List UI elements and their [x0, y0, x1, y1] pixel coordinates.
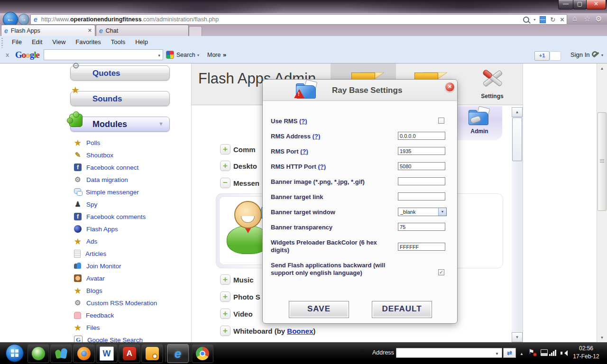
rms-address-input[interactable]: [398, 132, 445, 140]
expand-icon[interactable]: +: [220, 274, 230, 285]
close-button[interactable]: ✕: [586, 0, 606, 9]
chevron-down-icon[interactable]: ▼: [438, 208, 446, 216]
toolbar-close-icon[interactable]: x: [6, 51, 9, 58]
menu-favorites[interactable]: Favorites: [71, 37, 105, 47]
sidebar-item-simple-messenger[interactable]: Simple messenger: [74, 186, 188, 198]
help-link[interactable]: (?): [318, 163, 326, 170]
sidebar-header-modules[interactable]: Modules: [70, 117, 170, 132]
help-link[interactable]: (?): [313, 133, 321, 140]
settings-tools-icon[interactable]: [480, 66, 505, 90]
refresh-icon[interactable]: ↻: [550, 16, 555, 23]
search-icon[interactable]: [523, 17, 529, 23]
expand-icon[interactable]: +: [220, 161, 230, 171]
boonex-link[interactable]: Boonex: [287, 327, 313, 335]
chevron-down-icon[interactable]: ▾: [197, 53, 199, 57]
volume-icon[interactable]: [561, 350, 567, 356]
search-dropdown-icon[interactable]: ▾: [533, 18, 535, 22]
sidebar-item-files[interactable]: ★Files: [74, 321, 188, 334]
scroll-up-icon[interactable]: ▲: [512, 107, 523, 117]
sidebar-item-facebook-comments[interactable]: fFacebook comments: [74, 210, 188, 223]
rms-http-port-input[interactable]: [398, 162, 445, 170]
sidebar-item-feedback[interactable]: Feedback: [74, 309, 188, 321]
taskbar-app-word[interactable]: W: [96, 344, 118, 363]
chevron-down-icon[interactable]: ▼: [495, 352, 499, 356]
sidebar-item-shoutbox[interactable]: ✎Shoutbox: [74, 149, 188, 161]
taskbar-app-adobe[interactable]: A: [119, 344, 140, 363]
taskbar-app-outlook[interactable]: [141, 344, 163, 363]
scroll-up-icon[interactable]: ▲: [597, 64, 607, 73]
sidebar-item-blogs[interactable]: ★Blogs: [74, 284, 188, 297]
chevron-down-icon[interactable]: ▾: [601, 53, 603, 57]
sidebar-item-facebook-connect[interactable]: fFacebook connect: [74, 161, 188, 173]
network-signal-icon[interactable]: [549, 350, 558, 356]
sidebar-item-polls[interactable]: ★Polls: [74, 136, 188, 149]
use-rms-checkbox[interactable]: [438, 118, 444, 124]
address-bar[interactable]: e http://www.operationenduringfitness.co…: [30, 14, 567, 25]
expand-icon[interactable]: +: [220, 326, 230, 336]
new-tab-button[interactable]: [189, 26, 202, 36]
tab-chat[interactable]: e Chat: [96, 25, 189, 36]
menu-help[interactable]: Help: [131, 37, 152, 47]
banner-target-link-input[interactable]: [398, 192, 445, 200]
save-button[interactable]: SAVE: [289, 301, 349, 318]
rms-port-input[interactable]: [398, 147, 445, 155]
dialog-close-button[interactable]: ✕: [445, 82, 455, 92]
sidebar-item-custom-rss-moderation[interactable]: ⚙Custom RSS Moderation: [74, 297, 188, 309]
menu-edit[interactable]: Edit: [28, 37, 46, 47]
menu-file[interactable]: File: [8, 37, 26, 47]
sign-in-link[interactable]: Sign In: [570, 51, 589, 58]
home-button[interactable]: ⌂: [572, 14, 577, 23]
sidebar-item-data-migration[interactable]: ⚙Data migration: [74, 173, 188, 186]
tools-button[interactable]: ⚙: [595, 14, 602, 23]
sidebar-button-sounds[interactable]: Sounds: [70, 91, 170, 106]
taskbar-address-input[interactable]: ▼: [396, 348, 502, 358]
scroll-down-icon[interactable]: ▼: [597, 334, 607, 342]
banner-image-input[interactable]: [398, 177, 445, 185]
sidebar-item-flash-apps[interactable]: Flash Apps: [74, 223, 188, 235]
scrollbar-thumb[interactable]: [512, 118, 522, 161]
taskbar-go-button[interactable]: ⇄: [503, 348, 516, 358]
menu-tools[interactable]: Tools: [107, 37, 129, 47]
widgets-preloader-input[interactable]: [398, 243, 445, 251]
banner-target-window-select[interactable]: _blank ▼: [398, 208, 447, 216]
collapse-icon[interactable]: −: [220, 178, 230, 188]
wrench-icon[interactable]: [592, 51, 599, 57]
sidebar-item-articles[interactable]: Articles: [74, 247, 188, 260]
taskbar-app-messenger[interactable]: [50, 344, 72, 363]
sidebar-item-ads[interactable]: ★Ads: [74, 235, 188, 247]
google-search-input[interactable]: ▾: [44, 49, 163, 60]
maximize-button[interactable]: ▢: [573, 0, 587, 9]
taskbar-app-firefox[interactable]: [73, 344, 95, 363]
favorites-button[interactable]: ☆: [584, 14, 590, 23]
tray-expand-icon[interactable]: ▲: [520, 352, 524, 356]
taskbar-app-ie-active[interactable]: e: [167, 344, 189, 363]
stop-icon[interactable]: ✕: [560, 16, 565, 23]
send-backward-checkbox[interactable]: ✓: [438, 269, 444, 275]
plus-one-button[interactable]: +1: [534, 51, 550, 61]
chevron-down-icon[interactable]: ▾: [158, 53, 160, 58]
minimize-button[interactable]: —: [558, 0, 573, 9]
menu-view[interactable]: View: [48, 37, 70, 47]
banner-transparency-input[interactable]: [398, 223, 445, 231]
sidebar-item-spy[interactable]: ♟Spy: [74, 198, 188, 210]
forward-button[interactable]: →: [18, 14, 29, 25]
help-link[interactable]: (?): [300, 148, 308, 155]
expand-icon[interactable]: +: [220, 144, 230, 155]
google-more-button[interactable]: More: [207, 52, 221, 58]
taskbar-clock[interactable]: 02:56 17-Feb-12: [568, 345, 604, 361]
expand-icon[interactable]: +: [220, 291, 230, 302]
sidebar-item-join-monitor[interactable]: Join Monitor: [74, 260, 188, 272]
start-button[interactable]: [6, 344, 24, 362]
tab-close-icon[interactable]: ✕: [88, 27, 92, 34]
scroll-down-icon[interactable]: ▼: [512, 332, 523, 342]
help-link[interactable]: (?): [299, 118, 307, 125]
tray-window-icon[interactable]: [541, 349, 548, 356]
expand-icon[interactable]: +: [220, 309, 230, 319]
sidebar-item-avatar[interactable]: Avatar: [74, 272, 188, 284]
sidebar-button-quotes[interactable]: Quotes: [70, 65, 170, 81]
taskbar-app-green[interactable]: [28, 344, 49, 363]
tab-flash-apps[interactable]: e Flash Apps ✕: [1, 25, 95, 36]
default-button[interactable]: DEFAULT: [372, 301, 432, 318]
taskbar-app-chrome[interactable]: [192, 344, 213, 363]
compatibility-view-icon[interactable]: [540, 16, 546, 23]
